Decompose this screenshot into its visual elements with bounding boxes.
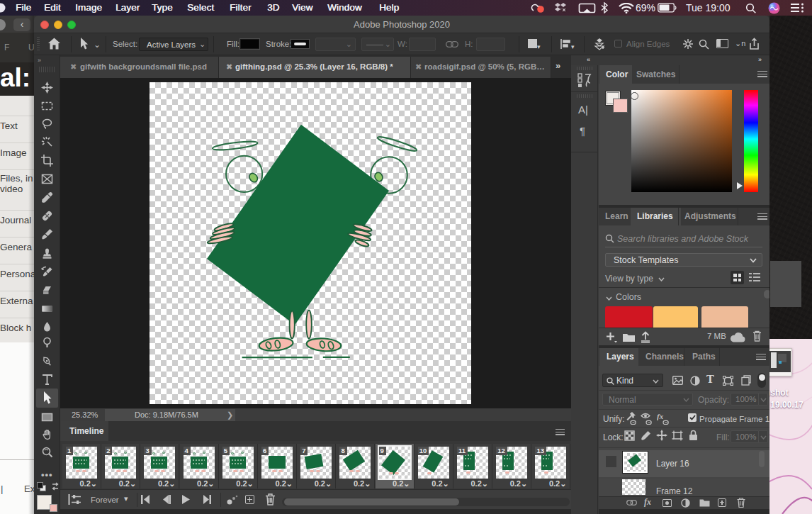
svg-text:fx: fx bbox=[657, 412, 664, 420]
